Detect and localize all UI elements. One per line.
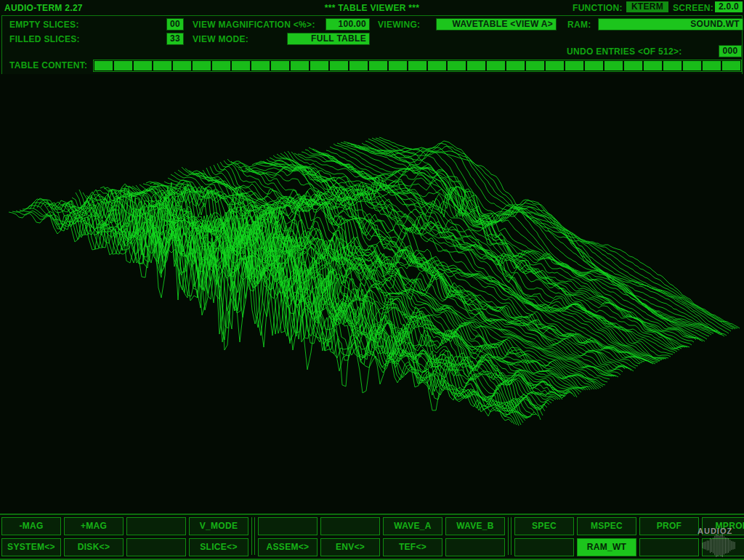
filled-slices-label: FILLED SLICES:: [9, 34, 80, 44]
table-content-segment: [291, 61, 309, 70]
fkey-empty-slot: [445, 538, 505, 556]
table-content-segment: [585, 61, 603, 70]
table-content-segment: [271, 61, 289, 70]
fkey-empty-slot: [320, 517, 380, 535]
fkey-spec-button[interactable]: SPEC: [514, 517, 574, 535]
fkey-waveb-button[interactable]: WAVE_B: [445, 517, 505, 535]
table-content-segment: [565, 61, 583, 70]
view-magnification-value[interactable]: 100.00: [326, 18, 370, 31]
table-content-segment: [683, 61, 701, 70]
fkey-mag-button[interactable]: -MAG: [1, 517, 61, 535]
fkey-empty-slot: [126, 517, 186, 535]
screen-label: SCREEN:: [673, 3, 713, 13]
table-content-segment: [506, 61, 525, 70]
empty-slices-value: 00: [166, 18, 184, 31]
fkey-mspec-button[interactable]: MSPEC: [577, 517, 636, 535]
fkey-tef-button[interactable]: TEF<>: [383, 538, 442, 556]
function-key-row-2: SYSTEM<>DISK<>SLICE<>ASSEM<>ENV<>TEF<>RA…: [1, 538, 744, 556]
function-key-row-1: -MAG+MAGV_MODEWAVE_AWAVE_BSPECMSPECPROFM…: [1, 517, 744, 535]
table-content-segment: [487, 61, 505, 70]
table-content-segment: [624, 61, 642, 70]
table-content-segment: [232, 61, 250, 70]
wavetable-waterfall-plot: [0, 74, 744, 514]
fkey-slice-button[interactable]: SLICE<>: [189, 538, 248, 556]
function-key-panel: -MAG+MAGV_MODEWAVE_AWAVE_BSPECMSPECPROFM…: [0, 514, 744, 560]
title-bar: AUDIO-TERM 2.27 *** TABLE VIEWER *** FUN…: [0, 0, 744, 15]
table-content-segment: [526, 61, 544, 70]
table-content-segment: [604, 61, 623, 70]
table-content-segment: [251, 61, 270, 70]
table-content-segment: [467, 61, 485, 70]
audio-term-screen: AUDIO-TERM 2.27 *** TABLE VIEWER *** FUN…: [0, 0, 744, 560]
fkey-mprof-button[interactable]: MPROF: [702, 517, 744, 535]
fkey-group-separator: [251, 537, 255, 555]
table-content-segment: [369, 61, 387, 70]
fkey-ramwt-button[interactable]: RAM_WT: [577, 538, 636, 556]
table-content-segment: [349, 61, 368, 70]
table-content-segment: [173, 61, 191, 70]
undo-entries-label: UNDO ENTRIES <OF 512>:: [567, 46, 682, 57]
table-content-segment: [703, 61, 721, 70]
empty-slices-label: EMPTY SLICES:: [9, 20, 79, 30]
fkey-disk-button[interactable]: DISK<>: [64, 538, 124, 556]
fkey-env-button[interactable]: ENV<>: [320, 538, 380, 556]
fkey-prof-button[interactable]: PROF: [639, 517, 699, 535]
table-content-segment: [663, 61, 682, 70]
fkey-group-separator: [508, 517, 512, 538]
table-content-segment: [94, 61, 113, 70]
function-value-field[interactable]: KTERM: [626, 1, 668, 12]
table-content-segment: [428, 61, 446, 70]
status-panel: EMPTY SLICES: 00 VIEW MAGNIFICATION <%>:…: [1, 15, 743, 75]
fkey-empty-slot: [639, 538, 699, 556]
ram-label: RAM:: [567, 20, 591, 30]
table-content-segment: [153, 61, 171, 70]
table-content-bar: [93, 60, 742, 72]
table-content-segment: [546, 61, 564, 70]
fkey-assem-button[interactable]: ASSEM<>: [258, 538, 318, 556]
table-content-segment: [722, 61, 740, 70]
view-mode-label: VIEW MODE:: [193, 34, 248, 44]
table-content-segment: [408, 61, 426, 70]
fkey-empty-slot: [702, 538, 744, 556]
ram-file-value[interactable]: SOUND.WT: [598, 18, 743, 31]
table-content-segment: [448, 61, 466, 70]
table-content-label: TABLE CONTENT:: [9, 60, 87, 70]
screen-version: 2.0.0: [715, 1, 743, 12]
wavetable-viewer: [0, 74, 744, 514]
undo-entries-value: 000: [719, 45, 742, 57]
fkey-group-separator: [508, 537, 512, 555]
viewing-label: VIEWING:: [378, 20, 420, 30]
fkey-system-button[interactable]: SYSTEM<>: [1, 538, 61, 556]
fkey-empty-slot: [126, 538, 186, 556]
filled-slices-value: 33: [166, 33, 184, 45]
table-content-segment: [134, 61, 152, 70]
table-content-segment: [389, 61, 407, 70]
fkey-empty-slot: [258, 517, 318, 535]
table-content-segment: [310, 61, 328, 70]
table-content-segment: [330, 61, 348, 70]
fkey-mag-button[interactable]: +MAG: [64, 517, 124, 535]
viewing-value[interactable]: WAVETABLE <VIEW A>: [436, 18, 557, 31]
view-magnification-label: VIEW MAGNIFICATION <%>:: [193, 20, 315, 30]
view-mode-value[interactable]: FULL TABLE: [287, 33, 370, 45]
fkey-vmode-button[interactable]: V_MODE: [189, 517, 248, 535]
fkey-group-separator: [251, 517, 255, 538]
table-content-segment: [193, 61, 211, 70]
function-label: FUNCTION:: [573, 3, 623, 13]
fkey-empty-slot: [514, 538, 574, 556]
table-content-segment: [114, 61, 132, 70]
table-content-segment: [212, 61, 230, 70]
table-content-segment: [644, 61, 662, 70]
fkey-wavea-button[interactable]: WAVE_A: [383, 517, 442, 535]
